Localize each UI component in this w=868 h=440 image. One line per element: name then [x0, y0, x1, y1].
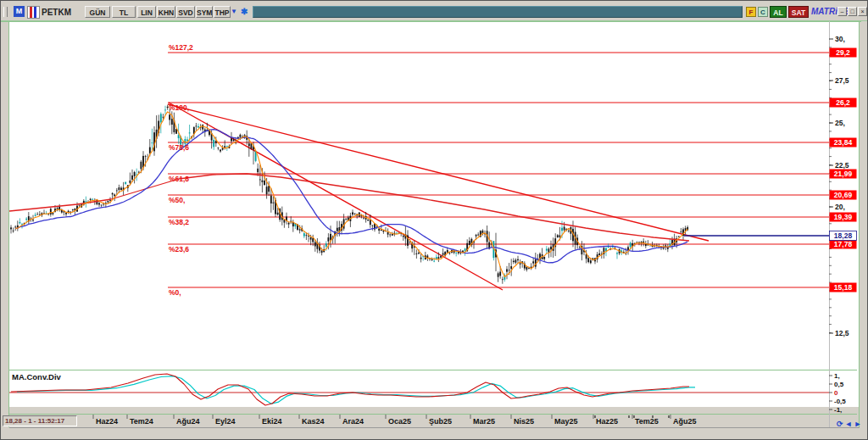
period-button-gun[interactable]: GÜN: [85, 6, 110, 18]
minimize-button[interactable]: –: [837, 7, 847, 16]
svg-text:%50,: %50,: [169, 196, 185, 204]
scale-button-lin[interactable]: LIN: [137, 6, 156, 18]
last-trade-status: 18,28 - 1 - 11:52:17: [3, 415, 77, 426]
svg-text:25,: 25,: [835, 119, 845, 127]
svg-text:26,2: 26,2: [836, 98, 850, 107]
svg-text:Ağu24: Ağu24: [176, 417, 200, 426]
svg-text:Haz24: Haz24: [96, 417, 118, 426]
symbol-label: PETKM: [42, 8, 71, 17]
svg-text:18,28: 18,28: [834, 231, 853, 240]
refresh-icon[interactable]: ⟳: [837, 420, 843, 428]
svg-text:Eki24: Eki24: [262, 417, 282, 426]
currency-button-tl[interactable]: TL: [112, 6, 136, 18]
svg-text:0,5: 0,5: [834, 381, 844, 388]
svg-text:21,99: 21,99: [834, 170, 853, 178]
svg-text:1,: 1,: [834, 372, 840, 380]
svg-text:Ara24: Ara24: [342, 417, 364, 426]
svg-text:Oca25: Oca25: [388, 417, 411, 426]
chart-type-icon[interactable]: [27, 6, 40, 19]
svg-text:%38,2: %38,2: [169, 218, 189, 226]
toolbar-grip[interactable]: [3, 7, 8, 17]
svg-text:15,18: 15,18: [834, 283, 853, 292]
svg-text:Tem24: Tem24: [130, 417, 153, 426]
svg-text:Nis25: Nis25: [514, 417, 534, 426]
svg-text:Şub25: Şub25: [429, 417, 452, 426]
svg-text:May25: May25: [554, 417, 578, 426]
f-flag-button[interactable]: F: [746, 7, 756, 17]
svg-text:30,: 30,: [835, 35, 845, 43]
svg-text:%0,: %0,: [169, 288, 181, 297]
indicator-label: MA.Conv.Div: [12, 372, 61, 382]
svg-text:23,84: 23,84: [834, 138, 853, 147]
svg-text:17,78: 17,78: [834, 240, 853, 248]
svg-text:%23,6: %23,6: [169, 245, 189, 253]
svg-text:0: 0: [834, 389, 838, 397]
svg-text:-0,5: -0,5: [834, 398, 846, 405]
chart-nav-controls: ⟳◄►: [837, 420, 863, 428]
svg-text:Haz25: Haz25: [596, 417, 618, 426]
matriks-chart-window: %127,2%100,%78,6%61,8%50,%38,2%23,6%0,30…: [0, 0, 868, 440]
svg-text:%61,8: %61,8: [169, 175, 189, 183]
svg-text:Eyl24: Eyl24: [215, 417, 236, 426]
svg-text:%78,6: %78,6: [169, 143, 189, 152]
svg-text:-1,: -1,: [834, 406, 842, 414]
toolbar-button-svd[interactable]: SVD: [176, 6, 195, 18]
price-chart[interactable]: %127,2%100,%78,6%61,8%50,%38,2%23,6%0,30…: [1, 1, 868, 440]
chevron-down-icon[interactable]: ▼: [231, 8, 237, 15]
sell-button[interactable]: SAT: [788, 6, 809, 18]
toolbar-button-thp[interactable]: THP: [214, 6, 231, 18]
svg-text:20,: 20,: [835, 203, 845, 211]
svg-text:12,5: 12,5: [835, 329, 849, 337]
scroll-right-icon[interactable]: ►: [854, 420, 861, 428]
svg-text:Tem25: Tem25: [635, 417, 659, 426]
favorite-icon[interactable]: ✱: [241, 7, 248, 16]
toolbar-button-sym[interactable]: SYM: [196, 6, 213, 18]
svg-text:27,5: 27,5: [835, 76, 849, 85]
symbol-search-strip: [253, 6, 743, 18]
close-button[interactable]: ×: [858, 7, 867, 16]
svg-text:Kas24: Kas24: [302, 417, 325, 426]
chart-toolbar: M PETKM GÜN TL LIN KHN SVD SYM THP ▼ ✱ F…: [1, 4, 868, 21]
toolbar-button-khn[interactable]: KHN: [157, 6, 175, 18]
svg-text:Mar25: Mar25: [473, 417, 495, 426]
svg-text:%127,2: %127,2: [169, 43, 193, 52]
buy-button[interactable]: AL: [770, 6, 787, 18]
scroll-left-icon[interactable]: ◄: [845, 420, 853, 428]
matriks-app-icon: M: [14, 6, 25, 17]
c-flag-button[interactable]: C: [758, 7, 768, 17]
svg-text:20,69: 20,69: [834, 191, 853, 199]
svg-text:22,5: 22,5: [835, 161, 849, 170]
svg-text:%100,: %100,: [169, 103, 189, 112]
restore-button[interactable]: □: [848, 7, 857, 16]
svg-text:19,39: 19,39: [834, 213, 853, 221]
svg-text:Ağu25: Ağu25: [673, 417, 697, 426]
svg-text:29,2: 29,2: [836, 48, 850, 57]
